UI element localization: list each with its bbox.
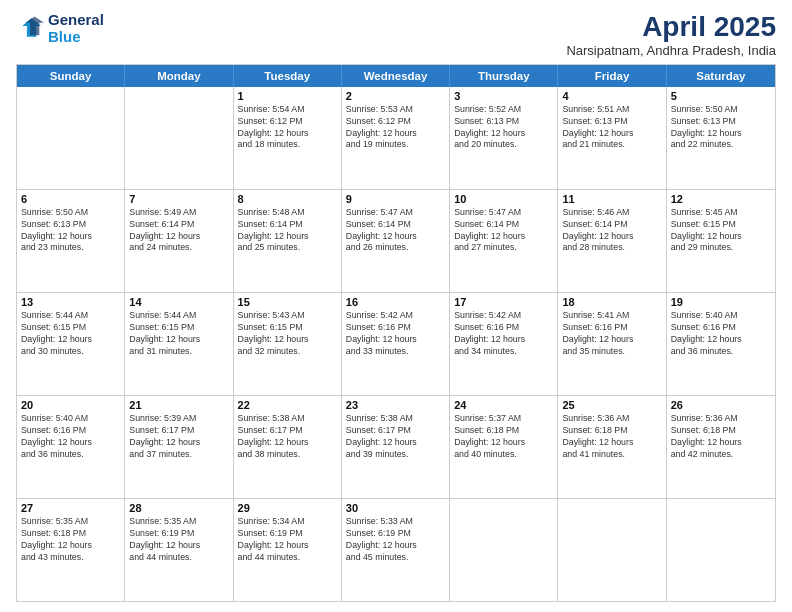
cell-info: Sunrise: 5:45 AM Sunset: 6:15 PM Dayligh… (671, 207, 771, 255)
calendar-cell: 22Sunrise: 5:38 AM Sunset: 6:17 PM Dayli… (234, 396, 342, 498)
calendar-cell: 24Sunrise: 5:37 AM Sunset: 6:18 PM Dayli… (450, 396, 558, 498)
calendar-cell: 7Sunrise: 5:49 AM Sunset: 6:14 PM Daylig… (125, 190, 233, 292)
day-number: 10 (454, 193, 553, 205)
calendar-cell: 17Sunrise: 5:42 AM Sunset: 6:16 PM Dayli… (450, 293, 558, 395)
calendar-header-row: SundayMondayTuesdayWednesdayThursdayFrid… (17, 65, 775, 87)
logo-icon (16, 15, 44, 43)
day-number: 17 (454, 296, 553, 308)
calendar-cell: 13Sunrise: 5:44 AM Sunset: 6:15 PM Dayli… (17, 293, 125, 395)
subtitle: Narsipatnam, Andhra Pradesh, India (566, 43, 776, 58)
logo-line1: General (48, 12, 104, 29)
calendar-header-cell: Sunday (17, 65, 125, 87)
logo: General Blue (16, 12, 104, 45)
calendar-cell: 15Sunrise: 5:43 AM Sunset: 6:15 PM Dayli… (234, 293, 342, 395)
calendar-cell: 2Sunrise: 5:53 AM Sunset: 6:12 PM Daylig… (342, 87, 450, 189)
calendar-header-cell: Thursday (450, 65, 558, 87)
main-title: April 2025 (566, 12, 776, 43)
day-number: 16 (346, 296, 445, 308)
calendar-week-row: 6Sunrise: 5:50 AM Sunset: 6:13 PM Daylig… (17, 190, 775, 293)
day-number: 23 (346, 399, 445, 411)
cell-info: Sunrise: 5:37 AM Sunset: 6:18 PM Dayligh… (454, 413, 553, 461)
cell-info: Sunrise: 5:36 AM Sunset: 6:18 PM Dayligh… (562, 413, 661, 461)
logo-line2: Blue (48, 28, 81, 45)
calendar-header-cell: Saturday (667, 65, 775, 87)
day-number: 14 (129, 296, 228, 308)
cell-info: Sunrise: 5:40 AM Sunset: 6:16 PM Dayligh… (671, 310, 771, 358)
day-number: 28 (129, 502, 228, 514)
day-number: 29 (238, 502, 337, 514)
calendar-cell: 3Sunrise: 5:52 AM Sunset: 6:13 PM Daylig… (450, 87, 558, 189)
cell-info: Sunrise: 5:36 AM Sunset: 6:18 PM Dayligh… (671, 413, 771, 461)
cell-info: Sunrise: 5:46 AM Sunset: 6:14 PM Dayligh… (562, 207, 661, 255)
calendar-cell: 28Sunrise: 5:35 AM Sunset: 6:19 PM Dayli… (125, 499, 233, 601)
calendar-cell: 12Sunrise: 5:45 AM Sunset: 6:15 PM Dayli… (667, 190, 775, 292)
calendar-header-cell: Tuesday (234, 65, 342, 87)
day-number: 4 (562, 90, 661, 102)
cell-info: Sunrise: 5:52 AM Sunset: 6:13 PM Dayligh… (454, 104, 553, 152)
calendar-week-row: 20Sunrise: 5:40 AM Sunset: 6:16 PM Dayli… (17, 396, 775, 499)
cell-info: Sunrise: 5:34 AM Sunset: 6:19 PM Dayligh… (238, 516, 337, 564)
calendar-cell: 25Sunrise: 5:36 AM Sunset: 6:18 PM Dayli… (558, 396, 666, 498)
cell-info: Sunrise: 5:42 AM Sunset: 6:16 PM Dayligh… (346, 310, 445, 358)
day-number: 21 (129, 399, 228, 411)
title-block: April 2025 Narsipatnam, Andhra Pradesh, … (566, 12, 776, 58)
day-number: 15 (238, 296, 337, 308)
cell-info: Sunrise: 5:50 AM Sunset: 6:13 PM Dayligh… (21, 207, 120, 255)
calendar-cell: 1Sunrise: 5:54 AM Sunset: 6:12 PM Daylig… (234, 87, 342, 189)
cell-info: Sunrise: 5:44 AM Sunset: 6:15 PM Dayligh… (129, 310, 228, 358)
cell-info: Sunrise: 5:43 AM Sunset: 6:15 PM Dayligh… (238, 310, 337, 358)
cell-info: Sunrise: 5:42 AM Sunset: 6:16 PM Dayligh… (454, 310, 553, 358)
cell-info: Sunrise: 5:47 AM Sunset: 6:14 PM Dayligh… (346, 207, 445, 255)
calendar-cell: 6Sunrise: 5:50 AM Sunset: 6:13 PM Daylig… (17, 190, 125, 292)
calendar-cell (667, 499, 775, 601)
day-number: 2 (346, 90, 445, 102)
day-number: 13 (21, 296, 120, 308)
calendar-cell: 5Sunrise: 5:50 AM Sunset: 6:13 PM Daylig… (667, 87, 775, 189)
calendar-cell: 23Sunrise: 5:38 AM Sunset: 6:17 PM Dayli… (342, 396, 450, 498)
cell-info: Sunrise: 5:48 AM Sunset: 6:14 PM Dayligh… (238, 207, 337, 255)
calendar-body: 1Sunrise: 5:54 AM Sunset: 6:12 PM Daylig… (17, 87, 775, 601)
calendar-cell: 30Sunrise: 5:33 AM Sunset: 6:19 PM Dayli… (342, 499, 450, 601)
day-number: 12 (671, 193, 771, 205)
calendar-cell: 9Sunrise: 5:47 AM Sunset: 6:14 PM Daylig… (342, 190, 450, 292)
calendar-cell: 16Sunrise: 5:42 AM Sunset: 6:16 PM Dayli… (342, 293, 450, 395)
cell-info: Sunrise: 5:35 AM Sunset: 6:19 PM Dayligh… (129, 516, 228, 564)
calendar-cell: 4Sunrise: 5:51 AM Sunset: 6:13 PM Daylig… (558, 87, 666, 189)
calendar-cell: 29Sunrise: 5:34 AM Sunset: 6:19 PM Dayli… (234, 499, 342, 601)
calendar-week-row: 1Sunrise: 5:54 AM Sunset: 6:12 PM Daylig… (17, 87, 775, 190)
cell-info: Sunrise: 5:47 AM Sunset: 6:14 PM Dayligh… (454, 207, 553, 255)
cell-info: Sunrise: 5:49 AM Sunset: 6:14 PM Dayligh… (129, 207, 228, 255)
day-number: 1 (238, 90, 337, 102)
calendar-cell (558, 499, 666, 601)
calendar-cell (17, 87, 125, 189)
cell-info: Sunrise: 5:51 AM Sunset: 6:13 PM Dayligh… (562, 104, 661, 152)
day-number: 7 (129, 193, 228, 205)
day-number: 8 (238, 193, 337, 205)
calendar-cell (450, 499, 558, 601)
day-number: 22 (238, 399, 337, 411)
calendar-header-cell: Monday (125, 65, 233, 87)
cell-info: Sunrise: 5:35 AM Sunset: 6:18 PM Dayligh… (21, 516, 120, 564)
calendar-cell: 18Sunrise: 5:41 AM Sunset: 6:16 PM Dayli… (558, 293, 666, 395)
calendar-week-row: 27Sunrise: 5:35 AM Sunset: 6:18 PM Dayli… (17, 499, 775, 601)
cell-info: Sunrise: 5:39 AM Sunset: 6:17 PM Dayligh… (129, 413, 228, 461)
day-number: 3 (454, 90, 553, 102)
day-number: 20 (21, 399, 120, 411)
calendar-cell: 14Sunrise: 5:44 AM Sunset: 6:15 PM Dayli… (125, 293, 233, 395)
calendar: SundayMondayTuesdayWednesdayThursdayFrid… (16, 64, 776, 602)
cell-info: Sunrise: 5:50 AM Sunset: 6:13 PM Dayligh… (671, 104, 771, 152)
day-number: 30 (346, 502, 445, 514)
calendar-cell: 20Sunrise: 5:40 AM Sunset: 6:16 PM Dayli… (17, 396, 125, 498)
cell-info: Sunrise: 5:53 AM Sunset: 6:12 PM Dayligh… (346, 104, 445, 152)
day-number: 18 (562, 296, 661, 308)
day-number: 11 (562, 193, 661, 205)
cell-info: Sunrise: 5:54 AM Sunset: 6:12 PM Dayligh… (238, 104, 337, 152)
calendar-cell: 10Sunrise: 5:47 AM Sunset: 6:14 PM Dayli… (450, 190, 558, 292)
calendar-header-cell: Friday (558, 65, 666, 87)
day-number: 27 (21, 502, 120, 514)
day-number: 5 (671, 90, 771, 102)
day-number: 25 (562, 399, 661, 411)
header: General Blue April 2025 Narsipatnam, And… (16, 12, 776, 58)
logo-text: General Blue (48, 12, 104, 45)
day-number: 6 (21, 193, 120, 205)
